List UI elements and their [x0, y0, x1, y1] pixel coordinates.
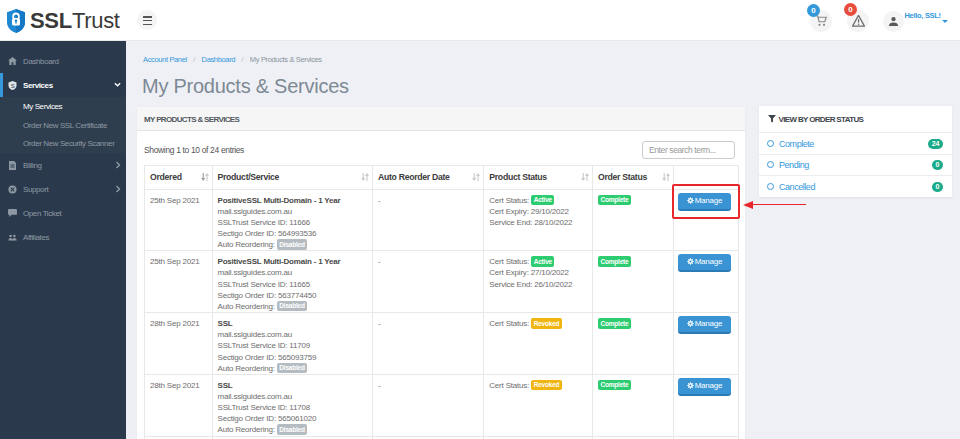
svg-text:S: S — [11, 82, 15, 88]
